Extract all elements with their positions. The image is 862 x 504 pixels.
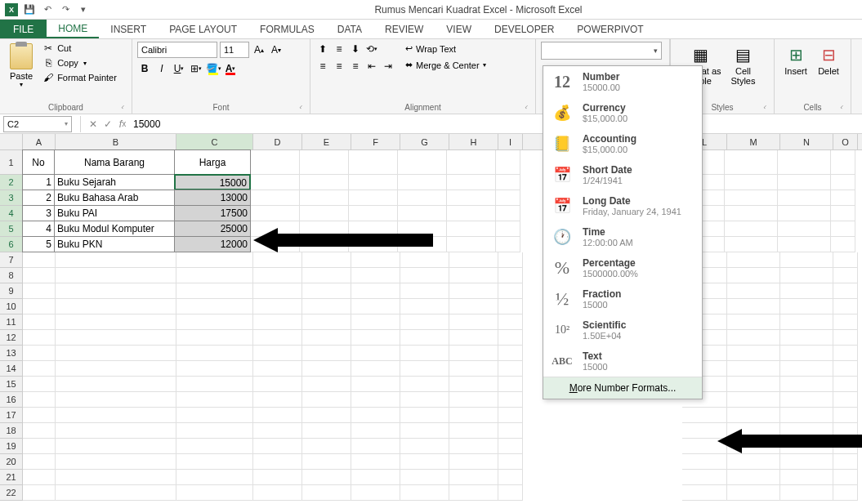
col-header[interactable]: N <box>780 134 833 149</box>
cell[interactable] <box>56 454 176 470</box>
row-header[interactable]: 5 <box>0 221 23 237</box>
insert-cells-button[interactable]: ⊞ Insert <box>779 42 812 78</box>
cell[interactable] <box>300 150 349 175</box>
cell[interactable]: 15000 <box>174 174 251 190</box>
cell[interactable] <box>351 346 400 361</box>
number-format-option[interactable]: 🕐 Time 12:00:00 AM <box>543 221 702 252</box>
cell[interactable] <box>400 377 449 392</box>
tab-page-layout[interactable]: PAGE LAYOUT <box>158 20 248 38</box>
cell[interactable] <box>251 190 300 206</box>
cell[interactable] <box>498 361 523 377</box>
cell[interactable] <box>780 283 833 299</box>
cell[interactable]: No <box>22 149 55 175</box>
cell[interactable]: Buku Modul Komputer <box>54 221 175 237</box>
cell[interactable] <box>400 268 449 283</box>
row-header[interactable]: 13 <box>0 346 23 361</box>
cell[interactable] <box>498 268 523 283</box>
cell[interactable] <box>253 439 302 454</box>
cell[interactable] <box>176 268 253 283</box>
cell[interactable] <box>498 470 523 485</box>
cell[interactable] <box>251 175 300 190</box>
align-middle-icon[interactable]: ≡ <box>332 42 346 56</box>
cell[interactable] <box>351 470 400 485</box>
number-format-option[interactable]: % Percentage 1500000.00% <box>543 252 702 283</box>
cell[interactable] <box>449 346 498 361</box>
cell[interactable] <box>400 330 449 346</box>
col-header[interactable]: C <box>176 134 253 149</box>
cell[interactable] <box>833 454 858 470</box>
cell[interactable] <box>400 470 449 485</box>
cell[interactable] <box>780 346 833 361</box>
cell[interactable] <box>351 485 400 501</box>
align-left-icon[interactable]: ≡ <box>315 59 330 74</box>
number-format-option[interactable]: 📒 Accounting $15,000.00 <box>543 128 702 159</box>
cell[interactable]: 1 <box>22 174 55 190</box>
name-box[interactable]: C2▾ <box>3 116 72 132</box>
cell[interactable] <box>176 283 253 299</box>
cell[interactable] <box>302 408 351 423</box>
number-format-option[interactable]: 📅 Long Date Friday, January 24, 1941 <box>543 190 702 221</box>
cell[interactable] <box>833 346 858 361</box>
number-format-option[interactable]: 💰 Currency $15,000.00 <box>543 97 702 128</box>
tab-formulas[interactable]: FORMULAS <box>248 20 326 38</box>
tab-data[interactable]: DATA <box>326 20 373 38</box>
cell[interactable] <box>253 252 302 268</box>
cell[interactable] <box>351 454 400 470</box>
cell[interactable] <box>780 470 833 485</box>
cell[interactable] <box>251 206 300 221</box>
cell[interactable] <box>682 485 727 501</box>
cell[interactable] <box>449 439 498 454</box>
cell[interactable] <box>349 206 398 221</box>
cell[interactable] <box>56 470 176 485</box>
cell[interactable] <box>302 454 351 470</box>
cell[interactable] <box>23 283 56 299</box>
row-header[interactable]: 1 <box>0 150 23 175</box>
col-header[interactable]: M <box>727 134 780 149</box>
number-format-dropdown[interactable]: ▾ <box>541 42 662 60</box>
cell[interactable] <box>176 361 253 377</box>
cell[interactable] <box>253 361 302 377</box>
formula-input[interactable]: 15000 <box>130 118 862 130</box>
font-size-input[interactable] <box>220 42 249 58</box>
cell[interactable] <box>833 470 858 485</box>
cell[interactable] <box>176 392 253 408</box>
cell[interactable] <box>351 252 400 268</box>
cell[interactable] <box>682 439 727 454</box>
cell[interactable] <box>302 346 351 361</box>
cell[interactable] <box>23 314 56 330</box>
cell[interactable] <box>56 408 176 423</box>
cell[interactable] <box>349 221 398 237</box>
row-header[interactable]: 18 <box>0 423 23 439</box>
cell[interactable] <box>400 423 449 439</box>
col-header[interactable]: E <box>302 134 351 149</box>
cell[interactable] <box>302 299 351 314</box>
row-header[interactable]: 22 <box>0 485 23 501</box>
cell[interactable]: Nama Barang <box>54 149 175 175</box>
cell[interactable] <box>302 423 351 439</box>
tab-powerpivot[interactable]: POWERPIVOT <box>565 20 654 38</box>
row-header[interactable]: 2 <box>0 175 23 190</box>
cell[interactable] <box>176 439 253 454</box>
format-painter-button[interactable]: 🖌Format Painter <box>41 71 118 84</box>
cell[interactable] <box>302 268 351 283</box>
cell[interactable] <box>449 283 498 299</box>
cell[interactable]: 17500 <box>174 205 251 221</box>
tab-home[interactable]: HOME <box>47 20 99 38</box>
cell[interactable] <box>349 175 398 190</box>
col-header[interactable]: B <box>56 134 176 149</box>
increase-indent-icon[interactable]: ⇥ <box>381 59 395 74</box>
cell[interactable] <box>778 237 831 252</box>
cell[interactable] <box>727 314 780 330</box>
align-right-icon[interactable]: ≡ <box>348 59 363 74</box>
cell[interactable] <box>23 485 56 501</box>
cell[interactable] <box>23 299 56 314</box>
cell[interactable] <box>400 454 449 470</box>
row-header[interactable]: 16 <box>0 392 23 408</box>
cell[interactable] <box>23 408 56 423</box>
cell[interactable] <box>398 237 447 252</box>
cell[interactable] <box>302 485 351 501</box>
row-header[interactable]: 14 <box>0 361 23 377</box>
cell[interactable] <box>23 392 56 408</box>
cell[interactable] <box>682 423 727 439</box>
row-header[interactable]: 15 <box>0 377 23 392</box>
